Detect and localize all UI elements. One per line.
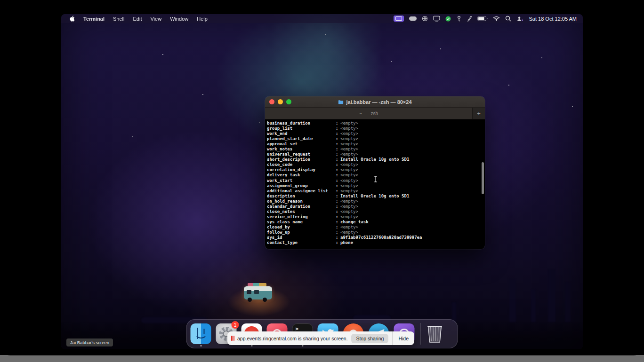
field-key: calendar_duration [267,204,336,209]
hide-banner-button[interactable]: Hide [393,331,414,345]
field-value: <empty> [340,121,358,126]
terminal-tab-bar: ~ — -zsh + [265,108,485,119]
field-key: work_start [267,178,336,183]
field-value: <empty> [340,152,358,157]
field-value: a9f1ab97c611227600a920ad739997ea [340,235,422,240]
dock-icon-finder[interactable] [191,323,211,344]
field-separator: : [336,209,340,214]
field-value: <empty> [340,167,358,173]
globe-icon[interactable] [422,16,428,22]
field-key: group_list [267,126,336,131]
terminal-row: assignment_group:<empty> [267,183,483,189]
running-indicator [251,345,253,346]
field-value: <empty> [340,136,358,142]
field-separator: : [336,147,340,152]
field-value: <empty> [340,230,358,235]
menu-app-name[interactable]: Terminal [83,16,105,22]
terminal-window-title: jai.babbar — -zsh — 80×24 [338,99,411,105]
key-icon[interactable] [456,16,462,22]
field-key: short_description [267,157,336,162]
field-value: change_task [340,220,369,225]
menu-clock[interactable]: Sat 18 Oct 12:05 AM [529,16,577,22]
terminal-row: closed_by:<empty> [267,225,483,230]
menu-shell[interactable]: Shell [113,16,124,22]
recording-pause-icon [231,336,234,341]
display-icon[interactable] [433,16,440,22]
field-separator: : [336,131,340,136]
field-separator: : [336,194,340,199]
close-button[interactable] [269,99,274,104]
field-key: business_duration [267,121,336,126]
menu-help[interactable]: Help [197,16,208,22]
field-key: approval_set [267,142,336,147]
field-value: <empty> [340,126,358,131]
field-key: work_end [267,131,336,136]
terminal-row: close_notes:<empty> [267,209,483,214]
field-key: on_hold_reason [267,199,336,204]
dock-divider [420,323,421,345]
terminal-row: additional_assignee_list:<empty> [267,189,483,194]
tree-silhouette [565,282,571,322]
user-switch-icon[interactable] [516,16,523,22]
field-key: contact_type [267,240,336,245]
field-separator: : [336,121,340,126]
field-separator: : [336,142,340,147]
status-green-icon[interactable] [445,16,451,22]
field-separator: : [336,167,340,173]
terminal-tab[interactable]: ~ — -zsh [265,108,473,119]
field-key: close_notes [267,209,336,214]
dock-icon-trash[interactable] [426,323,446,344]
terminal-row: close_code:<empty> [267,162,483,167]
menu-view[interactable]: View [150,16,161,22]
field-value: <empty> [340,209,358,214]
terminal-row: calendar_duration:<empty> [267,204,483,209]
battery-icon[interactable] [477,16,488,21]
terminal-row: sys_class_name:change_task [267,220,483,225]
screen-sharing-icon[interactable] [394,16,404,22]
notification-badge: 1 [232,321,239,329]
menu-window[interactable]: Window [170,16,188,22]
search-icon[interactable] [505,16,511,22]
terminal-title-bar[interactable]: jai.babbar — -zsh — 80×24 [265,96,485,108]
terminal-scrollbar[interactable] [482,162,484,194]
field-key: close_code [267,162,336,167]
field-key: sys_class_name [267,220,336,225]
trash-basket-icon [426,323,444,344]
field-key: correlation_display [267,167,336,173]
wifi-icon[interactable] [493,16,500,21]
minimize-button[interactable] [278,99,283,104]
field-separator: : [336,189,340,194]
field-separator: : [336,162,340,167]
field-separator: : [336,240,340,245]
field-value: <empty> [340,131,358,136]
field-separator: : [336,126,340,131]
pencil-icon[interactable] [467,16,472,22]
shared-screen-frame: Terminal Shell Edit View Window Help [0,0,644,355]
terminal-row: description:Install Oracle 10g onto SD1 [267,194,483,199]
screen-owner-label: Jai Babbar's screen [66,338,113,346]
menu-edit[interactable]: Edit [133,16,142,22]
terminal-output[interactable]: business_duration:<empty>group_list:<emp… [265,119,485,249]
field-separator: : [336,178,340,183]
new-tab-button[interactable]: + [473,108,485,119]
folder-icon [338,100,344,104]
field-separator: : [336,136,340,142]
field-separator: : [336,199,340,204]
field-value: <empty> [340,189,358,194]
terminal-row: business_duration:<empty> [267,121,483,126]
camera-pill-icon[interactable] [409,16,417,21]
zoom-button[interactable] [286,99,291,104]
terminal-row: on_hold_reason:<empty> [267,199,483,204]
terminal-row: correlation_display:<empty> [267,167,483,173]
field-key: closed_by [267,225,336,230]
field-value: Install Oracle 10g onto SD1 [340,194,409,199]
field-separator: : [336,152,340,157]
field-value: <empty> [340,225,358,230]
menu-bar: Terminal Shell Edit View Window Help [61,14,583,23]
apple-menu-icon[interactable] [70,16,75,22]
stop-sharing-button[interactable]: Stop sharing [351,334,388,343]
camper-van-illustration [243,279,274,303]
terminal-row: contact_type:phone [267,240,483,245]
field-value: <empty> [340,162,358,167]
tree-silhouette [452,302,456,322]
